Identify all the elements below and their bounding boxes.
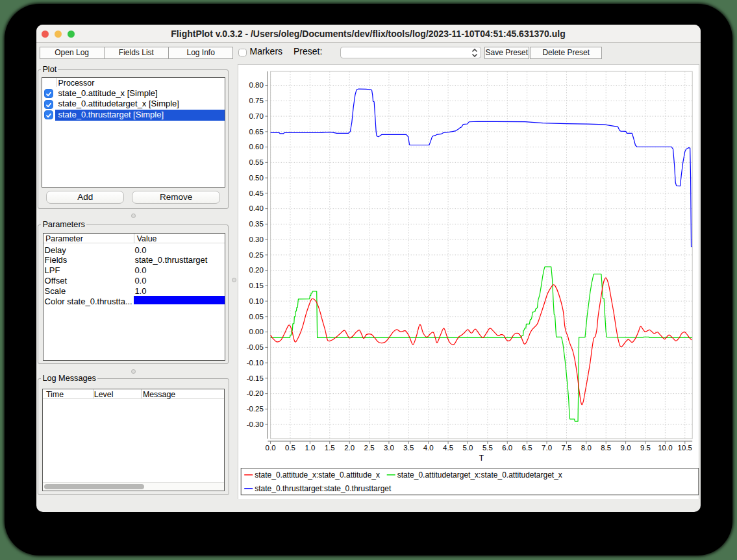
svg-text:4.5: 4.5 xyxy=(443,444,453,452)
svg-text:0.35: 0.35 xyxy=(249,220,263,228)
svg-text:9.0: 9.0 xyxy=(620,444,631,452)
svg-text:0.5: 0.5 xyxy=(285,444,295,452)
svg-text:0.70: 0.70 xyxy=(249,112,263,120)
svg-text:-0.15: -0.15 xyxy=(246,374,263,382)
svg-text:10.0: 10.0 xyxy=(658,444,672,452)
svg-text:6.5: 6.5 xyxy=(521,444,532,452)
svg-text:0.0: 0.0 xyxy=(265,444,275,452)
svg-text:-0.10: -0.10 xyxy=(246,359,263,367)
svg-text:-0.25: -0.25 xyxy=(246,405,263,413)
svg-text:0.50: 0.50 xyxy=(249,174,263,182)
svg-text:0.55: 0.55 xyxy=(249,158,263,166)
svg-text:7.0: 7.0 xyxy=(542,444,552,452)
svg-text:9.5: 9.5 xyxy=(640,444,651,452)
svg-text:2.0: 2.0 xyxy=(344,444,355,452)
svg-text:0.65: 0.65 xyxy=(249,127,263,135)
svg-text:10.5: 10.5 xyxy=(677,444,692,452)
svg-text:1.0: 1.0 xyxy=(305,444,315,452)
svg-text:0.40: 0.40 xyxy=(249,204,263,212)
svg-text:3.5: 3.5 xyxy=(403,444,414,452)
svg-text:8.0: 8.0 xyxy=(581,444,592,452)
svg-text:5.5: 5.5 xyxy=(482,444,493,452)
svg-text:state_0.attitude_x:state_0.att: state_0.attitude_x:state_0.attitude_x xyxy=(255,470,380,480)
svg-text:0.30: 0.30 xyxy=(249,236,263,243)
svg-text:1.5: 1.5 xyxy=(325,444,335,452)
svg-text:-0.05: -0.05 xyxy=(246,343,263,351)
svg-text:0.60: 0.60 xyxy=(249,143,263,151)
svg-text:0.05: 0.05 xyxy=(249,312,263,320)
svg-text:0.25: 0.25 xyxy=(249,250,263,258)
svg-text:0.20: 0.20 xyxy=(249,266,263,274)
svg-text:2.5: 2.5 xyxy=(364,444,374,452)
svg-text:5.0: 5.0 xyxy=(462,444,473,452)
svg-text:state_0.attitudetarget_x:state: state_0.attitudetarget_x:state_0.attitud… xyxy=(397,470,562,480)
svg-text:T: T xyxy=(479,453,484,462)
svg-text:4.0: 4.0 xyxy=(423,444,434,452)
svg-text:-0.20: -0.20 xyxy=(246,389,263,397)
svg-text:8.5: 8.5 xyxy=(601,444,611,452)
svg-text:3.0: 3.0 xyxy=(384,444,394,452)
svg-text:0.80: 0.80 xyxy=(249,81,263,89)
svg-text:7.5: 7.5 xyxy=(561,444,571,452)
svg-text:0.15: 0.15 xyxy=(249,282,263,289)
svg-text:0.10: 0.10 xyxy=(249,297,263,305)
svg-text:-0.30: -0.30 xyxy=(246,420,263,428)
svg-text:0.00: 0.00 xyxy=(249,328,263,335)
svg-text:0.75: 0.75 xyxy=(249,97,263,104)
svg-text:6.0: 6.0 xyxy=(502,444,512,452)
svg-text:0.45: 0.45 xyxy=(249,189,263,197)
svg-text:state_0.thrusttarget:state_0.t: state_0.thrusttarget:state_0.thrusttarge… xyxy=(255,484,392,493)
